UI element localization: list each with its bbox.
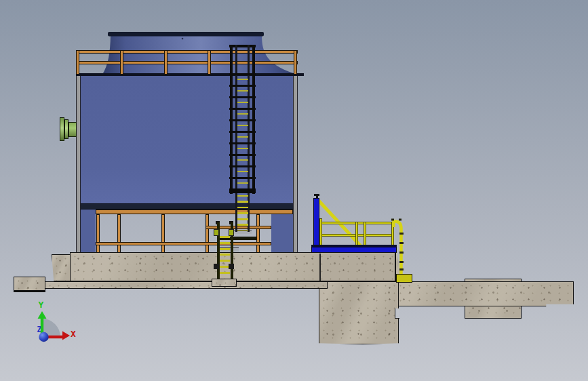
fan-shroud-bell [102,36,300,75]
foundation-left-step [52,254,71,281]
frame-post [256,214,260,253]
frame-post [96,214,100,253]
slab-joint-line [319,254,321,281]
foundation-left-block [14,277,45,292]
flange-ring [60,117,64,141]
platform-post-cap-stem [316,195,318,199]
ladder-bracket [229,229,234,236]
cage-hoops [229,73,256,194]
deep-block-notch [395,308,399,319]
tank-right-corner-column [293,76,298,254]
platform-rail-post [364,222,366,246]
platform-post [313,198,319,252]
tank-bottom-band [81,203,293,209]
frame-post [205,214,209,253]
flange-hub [68,122,77,137]
foundation-strip [45,281,328,289]
frame-lower-rail [96,242,271,245]
x-axis-arrowhead[interactable] [62,332,70,340]
roof-rail-mid [76,61,298,64]
tank-right-end-wall [271,209,293,254]
ladder-clamp [229,264,234,269]
ladder-pedestal [212,279,237,287]
roof-rail-post [164,50,168,75]
pipe-joint [399,268,404,270]
tank-left-end-wall [81,209,96,254]
gooseneck-pipe [387,216,410,283]
ladder-bracket [214,229,219,236]
view-orientation-triad[interactable]: Z X Y [17,292,81,349]
frame-post [117,214,121,253]
roof-rail-post [208,50,211,75]
pipe-joint [399,252,404,254]
foundation-right-beam [395,281,574,306]
tank-left-corner-column [76,76,81,254]
frame-top-beam [96,209,293,214]
triad-y-label: Y [39,300,44,310]
roof-rail-post [294,50,297,75]
triad-x-label: X [71,329,76,339]
platform-rail-post [319,218,322,246]
frame-post [161,214,165,253]
lower-ladder-rungs [220,236,230,277]
cad-viewport[interactable]: Z X Y [0,0,588,381]
triad-origin-sphere[interactable] [39,332,48,342]
roof-rail-post [120,50,123,75]
fan-shroud[interactable] [75,31,305,78]
shroud-speck [182,38,184,40]
pipe-joint [399,242,404,244]
platform-rail-post [355,222,358,246]
roof-rail-top [76,50,298,54]
foundation-deep-block [319,281,399,344]
tank-body [81,76,293,205]
y-axis-arrowhead[interactable] [38,311,47,319]
roof-rail-post [76,50,79,75]
cage-bottom-band [229,189,256,193]
ladder-clamp [214,264,219,269]
fan-shroud-rim [108,32,264,37]
pipe-joint [399,261,404,263]
ladder-rungs-below-cage [237,195,248,230]
pipe-joint [399,233,404,235]
junction-box [396,274,412,283]
